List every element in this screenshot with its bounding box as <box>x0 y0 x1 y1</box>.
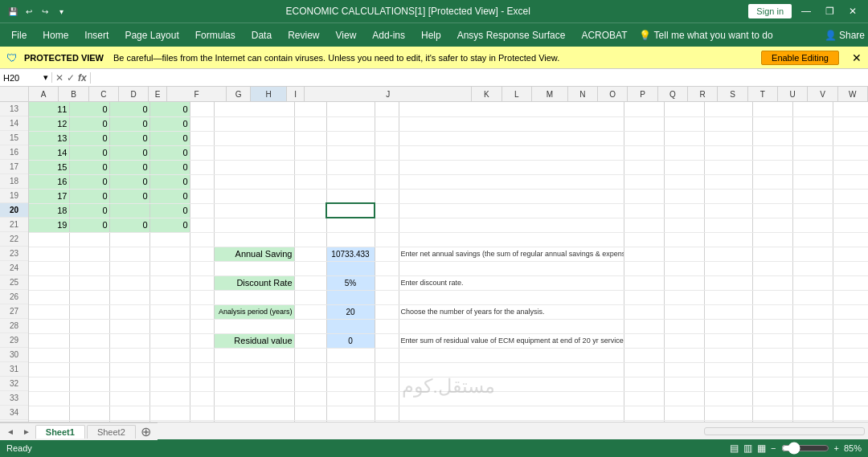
cell-e14[interactable] <box>190 116 214 131</box>
cell-n27[interactable] <box>752 304 792 319</box>
cell-j18[interactable] <box>399 174 624 189</box>
cell-d22[interactable] <box>149 232 190 247</box>
cell-c16[interactable]: 0 <box>109 145 149 160</box>
cell-d20[interactable]: 0 <box>149 203 190 218</box>
cell-i22[interactable] <box>375 232 399 247</box>
cell-d21[interactable]: 0 <box>149 218 190 232</box>
cell-p24[interactable] <box>833 261 868 275</box>
cell-e27[interactable] <box>190 304 214 319</box>
cell-h18[interactable] <box>326 174 375 189</box>
cell-e26[interactable] <box>190 290 214 304</box>
cell-l24[interactable] <box>664 261 704 275</box>
cell-i29[interactable] <box>375 333 399 348</box>
cell-h23-value[interactable]: 10733.433 <box>326 247 375 261</box>
cell-o24[interactable] <box>792 261 833 275</box>
cell-o27[interactable] <box>792 304 833 319</box>
cell-f17[interactable] <box>214 160 294 174</box>
cell-m26[interactable] <box>704 290 752 304</box>
cell-l14[interactable] <box>664 116 704 131</box>
cell-g17[interactable] <box>294 160 326 174</box>
cell-f28[interactable] <box>214 319 294 333</box>
col-header-d[interactable]: D <box>119 87 149 101</box>
cell-g26[interactable] <box>294 290 326 304</box>
cell-b21[interactable]: 0 <box>69 218 109 232</box>
cell-j29-desc[interactable]: Enter sum of residual value of ECM equip… <box>399 333 624 348</box>
normal-view-button[interactable]: ▤ <box>730 443 739 454</box>
cell-o22[interactable] <box>792 232 833 247</box>
cell-l19[interactable] <box>664 189 704 203</box>
cell-e13[interactable] <box>190 102 214 116</box>
cell-f19[interactable] <box>214 189 294 203</box>
cell-e21[interactable] <box>190 218 214 232</box>
col-header-a[interactable]: A <box>29 87 59 101</box>
cell-g23[interactable] <box>294 247 326 261</box>
col-header-v[interactable]: V <box>808 87 837 101</box>
row-num-14[interactable]: 14 <box>0 116 28 131</box>
cell-d19[interactable]: 0 <box>149 189 190 203</box>
cell-g24[interactable] <box>294 261 326 275</box>
cell-c21[interactable]: 0 <box>109 218 149 232</box>
cell-a21[interactable]: 19 <box>29 218 69 232</box>
cell-b15[interactable]: 0 <box>69 131 109 145</box>
cell-m22[interactable] <box>704 232 752 247</box>
cell-g16[interactable] <box>294 145 326 160</box>
cell-p14[interactable] <box>833 116 868 131</box>
cell-n16[interactable] <box>752 145 792 160</box>
protected-view-close[interactable]: ✕ <box>852 51 862 64</box>
menu-ansys[interactable]: Ansys Response Surface <box>449 27 574 44</box>
cell-k17[interactable] <box>624 160 664 174</box>
cell-h15[interactable] <box>326 131 375 145</box>
sheet-tab-sheet1[interactable]: Sheet1 <box>35 425 85 439</box>
cell-h20[interactable] <box>326 203 375 218</box>
cell-f24[interactable] <box>214 261 294 275</box>
cell-p28[interactable] <box>833 319 868 333</box>
menu-acrobat[interactable]: ACROBAT <box>573 27 635 44</box>
col-header-l[interactable]: L <box>502 87 532 101</box>
cell-o20[interactable] <box>792 203 833 218</box>
cell-m20[interactable] <box>704 203 752 218</box>
cell-i26[interactable] <box>375 290 399 304</box>
cell-b26[interactable] <box>69 290 109 304</box>
menu-help[interactable]: Help <box>413 27 449 44</box>
cell-f21[interactable] <box>214 218 294 232</box>
cell-g19[interactable] <box>294 189 326 203</box>
col-header-n[interactable]: N <box>568 87 598 101</box>
cell-p25[interactable] <box>833 275 868 290</box>
cell-e20[interactable] <box>190 203 214 218</box>
cell-a26[interactable] <box>29 290 69 304</box>
cell-n24[interactable] <box>752 261 792 275</box>
cell-i21[interactable] <box>375 218 399 232</box>
row-num-15[interactable]: 15 <box>0 131 28 145</box>
cell-j27-desc[interactable]: Choose the number of years for the analy… <box>399 304 624 319</box>
cell-a15[interactable]: 13 <box>29 131 69 145</box>
cell-g18[interactable] <box>294 174 326 189</box>
confirm-formula-icon[interactable]: ✓ <box>67 72 75 84</box>
row-num-18[interactable]: 18 <box>0 174 28 189</box>
cell-b19[interactable]: 0 <box>69 189 109 203</box>
cell-k16[interactable] <box>624 145 664 160</box>
cell-e23[interactable] <box>190 247 214 261</box>
menu-home[interactable]: Home <box>35 27 76 44</box>
cell-p19[interactable] <box>833 189 868 203</box>
col-header-e[interactable]: E <box>149 87 167 101</box>
cell-a19[interactable]: 17 <box>29 189 69 203</box>
cell-j20[interactable] <box>399 203 624 218</box>
row-num-27[interactable]: 27 <box>0 304 28 319</box>
cell-c27[interactable] <box>109 304 149 319</box>
cell-n14[interactable] <box>752 116 792 131</box>
cell-m18[interactable] <box>704 174 752 189</box>
cell-i27[interactable] <box>375 304 399 319</box>
cell-h28[interactable] <box>326 319 375 333</box>
cell-p20[interactable] <box>833 203 868 218</box>
cell-k29[interactable] <box>624 333 664 348</box>
cell-j28[interactable] <box>399 319 624 333</box>
cell-f23-label[interactable]: Annual Saving <box>214 247 294 261</box>
cell-k15[interactable] <box>624 131 664 145</box>
cell-e25[interactable] <box>190 275 214 290</box>
cell-o25[interactable] <box>792 275 833 290</box>
col-header-k[interactable]: K <box>472 87 502 101</box>
cell-p18[interactable] <box>833 174 868 189</box>
cell-i25[interactable] <box>375 275 399 290</box>
cell-a17[interactable]: 15 <box>29 160 69 174</box>
cell-n22[interactable] <box>752 232 792 247</box>
